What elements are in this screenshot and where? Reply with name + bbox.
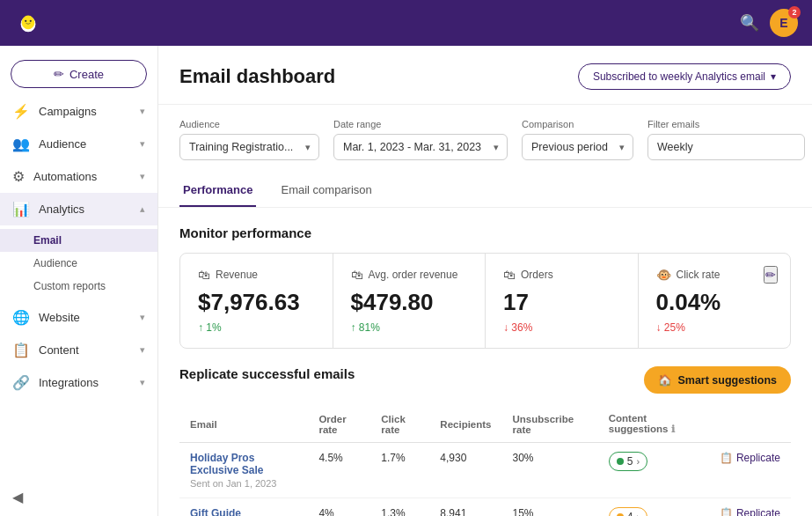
performance-section: Monitor performance 🛍 Revenue $7,976.63 …: [158, 208, 812, 366]
content-header: Email dashboard Subscribed to weekly Ana…: [158, 46, 812, 105]
email-date: Sent on Jan 1, 2023: [190, 478, 297, 489]
topbar-right: 🔍 E 2: [740, 9, 798, 37]
replicate-icon: 📋: [720, 452, 733, 464]
metric-revenue: 🛍 Revenue $7,976.63 ↑ 1%: [180, 254, 333, 348]
recipients-cell: 4,930: [429, 443, 501, 498]
email-table: Email Order rate Click rate Recipients U…: [179, 406, 791, 516]
metrics-card: 🛍 Revenue $7,976.63 ↑ 1% 🛍 Avg. order re…: [179, 253, 791, 349]
create-button[interactable]: ✏ Create: [11, 60, 147, 88]
comparison-filter-label: Comparison: [522, 119, 633, 129]
audience-select[interactable]: Training Registratio...: [179, 134, 319, 160]
replicate-section: Replicate successful emails 🏠 Smart sugg…: [158, 366, 812, 516]
sidebar-sub-email[interactable]: Email: [0, 229, 157, 252]
replicate-icon: 📋: [720, 507, 733, 516]
svg-point-3: [25, 20, 26, 22]
click-rate-cell: 1.7%: [370, 443, 429, 498]
sidebar-item-content[interactable]: 📋 Content ▾: [0, 334, 157, 366]
chevron-right-icon: ›: [636, 512, 640, 516]
col-recipients: Recipients: [429, 406, 501, 443]
logo: [14, 9, 42, 37]
analytics-submenu: Email Audience Custom reports: [0, 225, 157, 301]
table-row: Holiday Pros Exclusive Sale Sent on Jan …: [179, 443, 791, 498]
pencil-icon: ✏: [54, 67, 64, 81]
sidebar-item-campaigns[interactable]: ⚡ Campaigns ▾: [0, 95, 157, 128]
integrations-icon: 🔗: [12, 374, 30, 391]
tab-email-comparison[interactable]: Email comparison: [277, 174, 375, 207]
svg-point-4: [30, 20, 32, 22]
chevron-down-icon: ▾: [140, 344, 145, 356]
subscribe-button[interactable]: Subscribed to weekly Analytics email ▾: [578, 63, 791, 90]
filter-emails-input[interactable]: [647, 134, 805, 160]
edit-button[interactable]: ✏: [764, 266, 778, 284]
filters-bar: Audience Training Registratio... Date ra…: [158, 105, 812, 174]
col-content-suggestions: Content suggestions ℹ: [598, 406, 709, 443]
comparison-filter-group: Comparison Previous period: [522, 119, 633, 160]
tabs-bar: Performance Email comparison: [158, 174, 812, 208]
filter-emails-label: Filter emails: [647, 119, 805, 129]
click-rate-cell: 1.3%: [370, 498, 429, 517]
campaigns-icon: ⚡: [12, 103, 30, 120]
email-link[interactable]: Holiday Pros Exclusive Sale: [190, 452, 263, 476]
click-rate-value: 0.04%: [656, 289, 773, 316]
tab-performance[interactable]: Performance: [179, 174, 256, 207]
filter-emails-group: Filter emails: [647, 119, 805, 160]
unsubscribe-rate-cell: 30%: [502, 443, 598, 498]
sidebar-item-automations[interactable]: ⚙ Automations ▾: [0, 160, 157, 193]
chevron-down-icon: ▾: [140, 171, 145, 182]
avg-order-change: ↑ 81%: [351, 321, 468, 334]
avatar[interactable]: E 2: [770, 9, 798, 37]
analytics-icon: 📊: [12, 201, 30, 217]
revenue-change: ↑ 1%: [198, 321, 315, 334]
orders-change: ↓ 36%: [503, 321, 620, 334]
sidebar-collapse-button[interactable]: ◀: [12, 489, 23, 505]
email-cell: Holiday Pros Exclusive Sale Sent on Jan …: [179, 443, 308, 498]
date-select[interactable]: Mar. 1, 2023 - Mar. 31, 2023: [333, 134, 508, 160]
email-link[interactable]: Gift Guide: [190, 507, 241, 516]
chevron-down-icon: ▾: [140, 377, 145, 388]
suggestions-badge[interactable]: 4 ›: [609, 507, 647, 516]
metric-orders: 🛍 Orders 17 ↓ 36%: [486, 254, 639, 348]
col-unsubscribe-rate: Unsubscribe rate: [502, 406, 598, 443]
col-click-rate: Click rate: [370, 406, 429, 443]
automations-icon: ⚙: [12, 168, 25, 185]
chevron-down-icon: ▾: [140, 138, 145, 150]
click-rate-icon: 🐵: [656, 268, 671, 282]
sidebar-sub-custom-reports[interactable]: Custom reports: [0, 275, 157, 298]
col-email: Email: [179, 406, 308, 443]
replicate-button[interactable]: 📋 Replicate: [720, 452, 780, 464]
date-filter-label: Date range: [333, 119, 508, 129]
comparison-select[interactable]: Previous period: [522, 134, 633, 160]
replicate-button[interactable]: 📋 Replicate: [720, 507, 780, 516]
info-icon[interactable]: ℹ: [671, 424, 675, 434]
search-button[interactable]: 🔍: [740, 13, 759, 33]
metric-click-rate: 🐵 Click rate 0.04% ↓ 25% ✏: [639, 254, 791, 348]
table-row: Gift Guide Sent on Jan 1, 2023 4% 1.3% 8…: [179, 498, 791, 517]
chevron-right-icon: ›: [636, 456, 640, 467]
main-layout: ✏ Create ⚡ Campaigns ▾ 👥 Audience ▾ ⚙ Au…: [0, 46, 812, 516]
chevron-down-icon: ▾: [140, 106, 145, 117]
suggestions-icon: 🏠: [658, 373, 672, 387]
email-cell: Gift Guide Sent on Jan 1, 2023: [179, 498, 308, 517]
revenue-icon: 🛍: [198, 268, 210, 282]
sidebar-item-integrations[interactable]: 🔗 Integrations ▾: [0, 366, 157, 399]
chevron-down-icon: ▾: [771, 70, 776, 83]
sidebar-item-audience[interactable]: 👥 Audience ▾: [0, 128, 157, 160]
chevron-up-icon: ▴: [140, 203, 145, 215]
smart-suggestions-button[interactable]: 🏠 Smart suggestions: [644, 366, 791, 394]
sidebar-item-website[interactable]: 🌐 Website ▾: [0, 301, 157, 334]
order-rate-cell: 4%: [308, 498, 370, 517]
suggestions-badge[interactable]: 5 ›: [609, 452, 647, 471]
date-filter-group: Date range Mar. 1, 2023 - Mar. 31, 2023: [333, 119, 508, 160]
sidebar-item-analytics[interactable]: 📊 Analytics ▴: [0, 193, 157, 225]
page-title: Email dashboard: [179, 65, 335, 88]
col-actions: [709, 406, 791, 443]
replicate-cell: 📋 Replicate: [709, 498, 791, 517]
chevron-down-icon: ▾: [140, 312, 145, 323]
sidebar-sub-audience[interactable]: Audience: [0, 252, 157, 275]
suggestions-cell: 5 ›: [598, 443, 709, 498]
suggestions-count: 4: [627, 511, 633, 516]
avg-order-icon: 🛍: [351, 268, 363, 282]
svg-point-6: [32, 21, 34, 25]
replicate-section-title: Replicate successful emails: [179, 366, 355, 381]
content-icon: 📋: [12, 342, 30, 358]
